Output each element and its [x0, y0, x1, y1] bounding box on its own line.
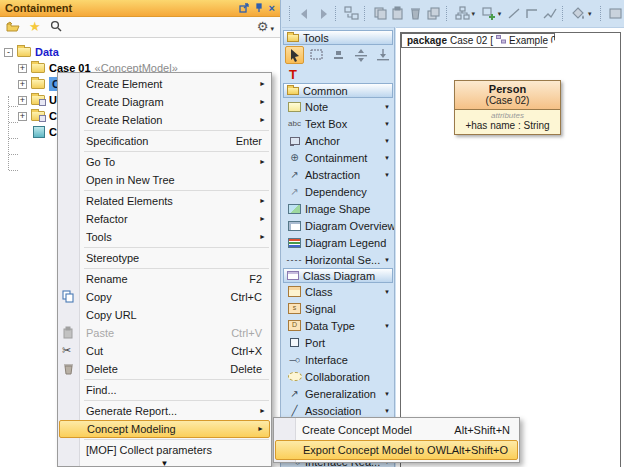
align-middle-tool-button[interactable]: [351, 46, 370, 64]
align-bottom-tool-button[interactable]: [373, 46, 392, 64]
menu-item-stereotype[interactable]: Stereotype: [58, 249, 271, 267]
menu-scroll-down-icon[interactable]: ▼: [58, 459, 271, 467]
menu-item-create-concept-model[interactable]: Create Concept ModelAlt+Shift+N: [274, 420, 519, 440]
related-elements-icon[interactable]: [343, 5, 360, 23]
menu-item-copy-url[interactable]: Copy URL: [58, 306, 271, 324]
paste-icon[interactable]: [390, 5, 407, 23]
palette-item-data-type[interactable]: Data Type▼: [282, 317, 394, 334]
menu-item-create-diagram[interactable]: Create Diagram►: [58, 93, 271, 111]
menu-item-find[interactable]: Find...: [58, 381, 271, 399]
gear-dropdown-icon[interactable]: ▾: [270, 25, 274, 32]
palette-item-class[interactable]: Class▼: [282, 283, 394, 300]
expander-icon[interactable]: +: [18, 64, 27, 73]
menu-item-refactor[interactable]: Refactor►: [58, 210, 271, 228]
dropdown-icon[interactable]: ▼: [384, 172, 390, 178]
palette-item-port[interactable]: Port: [282, 334, 394, 351]
clipped-toolbar-icon[interactable]: [607, 5, 624, 23]
selection-tool-button[interactable]: [285, 46, 304, 64]
menu-item-go-to[interactable]: Go To►: [58, 153, 271, 171]
menu-item-mof-collect-parameters[interactable]: [MOF] Collect parameters: [58, 441, 271, 459]
sticky-tool-button[interactable]: [329, 46, 348, 64]
menu-item-open-in-new-tree[interactable]: Open in New Tree: [58, 171, 271, 189]
menu-item-create-element[interactable]: Create Element►: [58, 75, 271, 93]
line-path-icon[interactable]: [506, 5, 523, 23]
palette-item-diagram-legend[interactable]: Diagram Legend: [282, 234, 394, 251]
package-frame-tab[interactable]: package Case 02 [ Example 02 ]: [401, 33, 555, 48]
palette-item-text-box[interactable]: Text Box▼: [282, 115, 394, 132]
layout-dropdown-icon[interactable]: ▾: [471, 10, 478, 18]
menu-item-cut[interactable]: ✂CutCtrl+X: [58, 342, 271, 360]
layers-icon[interactable]: [425, 5, 442, 23]
expander-icon[interactable]: +: [18, 96, 27, 105]
favorites-star-icon[interactable]: ★: [29, 21, 41, 33]
menu-item-create-relation[interactable]: Create Relation►: [58, 111, 271, 129]
menu-item-rename[interactable]: RenameF2: [58, 270, 271, 288]
fill-color-dropdown-icon[interactable]: ▾: [588, 10, 595, 18]
palette-item-horizontal-separator[interactable]: Horizontal Se...▼: [282, 251, 394, 268]
package-keyword: package: [407, 35, 447, 46]
expander-icon[interactable]: +: [18, 112, 27, 121]
menu-item-specification[interactable]: SpecificationEnter: [58, 132, 271, 150]
tree-item-data[interactable]: - Data: [4, 44, 59, 60]
palette-header-class-diagram[interactable]: Class Diagram: [283, 268, 393, 283]
dropdown-icon[interactable]: ▼: [384, 155, 390, 161]
palette-item-diagram-overview[interactable]: Diagram Overview: [282, 217, 394, 234]
expander-icon[interactable]: +: [18, 80, 27, 89]
menu-item-export-concept-model-to-owl[interactable]: Export Concept Model to OWLAlt+Shift+O: [275, 440, 518, 460]
person-class-shape[interactable]: Person (Case 02) attributes +has name : …: [454, 80, 561, 135]
palette-header-common[interactable]: Common: [283, 83, 393, 98]
dropdown-icon[interactable]: ▼: [384, 257, 390, 263]
palette-item-note[interactable]: Note▼: [282, 98, 394, 115]
bracket-open: [: [490, 35, 493, 46]
toolbar-grip: [600, 6, 604, 21]
dropdown-icon[interactable]: ▼: [384, 138, 390, 144]
palette-item-collaboration[interactable]: Collaboration: [282, 368, 394, 385]
close-icon[interactable]: ×: [269, 3, 275, 13]
open-folder-icon[interactable]: [6, 21, 20, 34]
menu-shortcut: Enter: [236, 132, 262, 150]
layout-tree-icon[interactable]: [454, 5, 471, 23]
settings-gear-icon[interactable]: ⚙▾: [257, 20, 274, 35]
menu-item-tools[interactable]: Tools►: [58, 228, 271, 246]
oblique-path-icon[interactable]: [542, 5, 559, 23]
palette-item-abstraction[interactable]: Abstraction▼: [282, 166, 394, 183]
search-icon[interactable]: [50, 20, 62, 34]
forward-icon[interactable]: [315, 5, 332, 23]
expander-icon[interactable]: -: [4, 48, 13, 57]
person-class-header: Person (Case 02): [455, 81, 560, 110]
palette-item-image-shape[interactable]: Image Shape: [282, 200, 394, 217]
delete-trash-icon[interactable]: [407, 5, 424, 23]
palette-header-tools[interactable]: Tools: [283, 30, 393, 45]
dropdown-icon[interactable]: ▼: [384, 289, 390, 295]
dropdown-icon[interactable]: ▼: [384, 323, 390, 329]
text-tool-button[interactable]: T: [282, 65, 394, 83]
palette-item-signal[interactable]: Signal: [282, 300, 394, 317]
pin-icon[interactable]: [255, 3, 263, 13]
back-icon[interactable]: [297, 5, 314, 23]
palette-item-containment[interactable]: Containment▼: [282, 149, 394, 166]
palette-header-label: Tools: [303, 32, 329, 44]
copy-icon[interactable]: [372, 5, 389, 23]
diagram-canvas[interactable]: package Case 02 [ Example 02 ] Person (C…: [396, 27, 624, 467]
dropdown-icon[interactable]: ▼: [384, 391, 390, 397]
palette-item-anchor[interactable]: Anchor▼: [282, 132, 394, 149]
menu-item-copy[interactable]: CopyCtrl+C: [58, 288, 271, 306]
dropdown-icon[interactable]: ▼: [384, 408, 390, 414]
palette-item-interface[interactable]: Interface: [282, 351, 394, 368]
menu-item-generate-report[interactable]: Generate Report...►: [58, 402, 271, 420]
fill-color-icon[interactable]: [570, 5, 587, 23]
palette-item-generalization[interactable]: Generalization▼: [282, 385, 394, 402]
add-element-dropdown-icon[interactable]: ▾: [498, 10, 505, 18]
dropdown-icon[interactable]: ▼: [384, 121, 390, 127]
palette-item-dependency[interactable]: Dependency: [282, 183, 394, 200]
folder-icon: [31, 63, 45, 73]
menu-item-related-elements[interactable]: Related Elements►: [58, 192, 271, 210]
menu-item-delete[interactable]: DeleteDelete: [58, 360, 271, 378]
float-window-icon[interactable]: [239, 3, 249, 13]
marquee-tool-button[interactable]: [307, 46, 326, 64]
menu-item-paste[interactable]: PasteCtrl+V: [58, 324, 271, 342]
add-element-icon[interactable]: [480, 5, 497, 23]
menu-item-concept-modeling[interactable]: Concept Modeling►: [59, 420, 270, 438]
dropdown-icon[interactable]: ▼: [384, 104, 390, 110]
rectilinear-path-icon[interactable]: [524, 5, 541, 23]
